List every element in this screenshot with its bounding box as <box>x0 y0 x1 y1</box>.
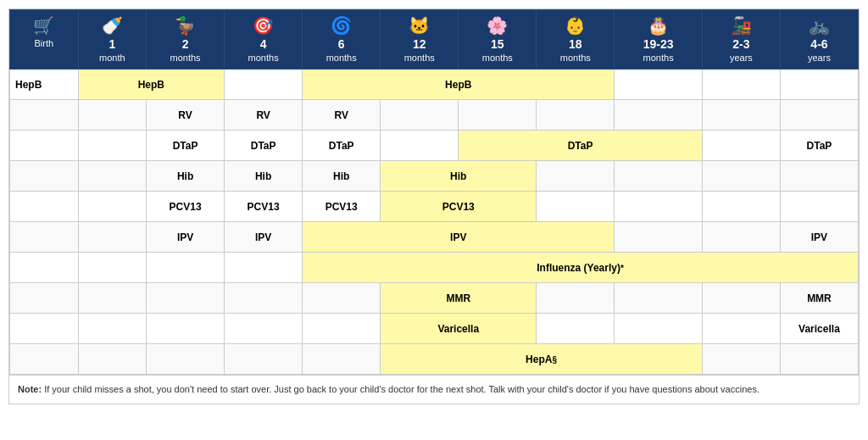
hepa-6m <box>303 344 381 375</box>
varicella-12m-15m: Varicella <box>381 314 537 344</box>
schedule-note: Note: If your child misses a shot, you d… <box>9 375 859 404</box>
hepa-4m <box>225 344 303 375</box>
hib-4m: Hib <box>225 161 303 192</box>
rv-row: RV RV RV <box>10 100 859 131</box>
dtap-46y: DTaP <box>780 131 858 161</box>
varicella-1923m <box>615 314 703 344</box>
pcv13-2m: PCV13 <box>147 192 225 222</box>
note-label: Note: <box>18 384 42 394</box>
hepb-6m-18m: HepB <box>303 70 615 100</box>
note-text: If your child misses a shot, you don't n… <box>44 384 760 394</box>
rv-4m: RV <box>225 100 303 131</box>
header-row: 🛒 Birth 🍼 1 month 🦆 2 months 🎯 4 <box>10 10 859 70</box>
pcv13-46y <box>780 192 858 222</box>
col-2months: 🦆 2 months <box>147 10 225 70</box>
hepa-label <box>10 344 79 375</box>
varicella-46y: Varicella <box>780 314 858 344</box>
dtap-label <box>10 131 79 161</box>
hepb-4m <box>225 70 303 100</box>
hepb-23y <box>702 70 780 100</box>
hepb-1m-2m: HepB <box>78 70 225 100</box>
varicella-1m <box>78 314 147 344</box>
col-18months: 👶 18 months <box>537 10 615 70</box>
mmr-row: MMR MMR <box>10 283 859 314</box>
dtap-23y <box>702 131 780 161</box>
hib-6m: Hib <box>303 161 381 192</box>
hepa-1m <box>78 344 147 375</box>
mmr-46y: MMR <box>780 283 858 314</box>
pcv13-label <box>10 192 79 222</box>
hepa-23y <box>702 344 780 375</box>
rv-18m <box>537 100 615 131</box>
rv-1m <box>78 100 147 131</box>
mmr-1923m <box>615 283 703 314</box>
pcv13-4m: PCV13 <box>225 192 303 222</box>
rv-46y <box>780 100 858 131</box>
ipv-6m-18m: IPV <box>303 222 615 253</box>
pcv13-18m <box>537 192 615 222</box>
ipv-1923m <box>615 222 703 253</box>
hepb-46y <box>780 70 858 100</box>
rv-6m: RV <box>303 100 381 131</box>
dtap-6m: DTaP <box>303 131 381 161</box>
hepa-2m <box>147 344 225 375</box>
col-23years: 🚂 2-3 years <box>702 10 780 70</box>
rv-2m: RV <box>147 100 225 131</box>
ipv-row: IPV IPV IPV IPV <box>10 222 859 253</box>
hepb-label: HepB <box>10 70 79 100</box>
dtap-15m-1923m: DTaP <box>459 131 703 161</box>
vaccine-schedule-table: 🛒 Birth 🍼 1 month 🦆 2 months 🎯 4 <box>9 9 859 375</box>
dtap-2m: DTaP <box>147 131 225 161</box>
influenza-1m <box>78 253 147 283</box>
rv-15m <box>459 100 537 131</box>
influenza-row: Influenza (Yearly)* <box>10 253 859 283</box>
ipv-46y: IPV <box>780 222 858 253</box>
varicella-4m <box>225 314 303 344</box>
col-6months: 🌀 6 months <box>303 10 381 70</box>
hib-row: Hib Hib Hib Hib <box>10 161 859 192</box>
mmr-18m <box>537 283 615 314</box>
rv-label <box>10 100 79 131</box>
pcv13-1m <box>78 192 147 222</box>
col-1month: 🍼 1 month <box>78 10 147 70</box>
col-15months: 🌸 15 months <box>459 10 537 70</box>
mmr-label <box>10 283 79 314</box>
ipv-label <box>10 222 79 253</box>
varicella-label <box>10 314 79 344</box>
mmr-23y <box>702 283 780 314</box>
ipv-23y <box>702 222 780 253</box>
rv-1923m <box>615 100 703 131</box>
hepa-46y <box>780 344 858 375</box>
influenza-label <box>10 253 79 283</box>
hib-18m <box>537 161 615 192</box>
hib-46y <box>780 161 858 192</box>
col-12months: 🐱 12 months <box>381 10 459 70</box>
hepa-12m-1923m: HepA§ <box>381 344 703 375</box>
dtap-row: DTaP DTaP DTaP DTaP DTaP <box>10 131 859 161</box>
hib-1923m <box>615 161 703 192</box>
varicella-row: Varicella Varicella <box>10 314 859 344</box>
hepa-row: HepA§ <box>10 344 859 375</box>
mmr-12m-15m: MMR <box>381 283 537 314</box>
pcv13-1923m <box>615 192 703 222</box>
col-46years: 🚲 4-6 years <box>780 10 858 70</box>
hib-label <box>10 161 79 192</box>
mmr-4m <box>225 283 303 314</box>
ipv-4m: IPV <box>225 222 303 253</box>
varicella-18m <box>537 314 615 344</box>
ipv-1m <box>78 222 147 253</box>
influenza-4m <box>225 253 303 283</box>
influenza-span: Influenza (Yearly)* <box>303 253 859 283</box>
influenza-2m <box>147 253 225 283</box>
hib-23y <box>702 161 780 192</box>
rv-12m <box>381 100 459 131</box>
mmr-1m <box>78 283 147 314</box>
rv-23y <box>702 100 780 131</box>
hepb-1923m <box>615 70 703 100</box>
hepb-row: HepB HepB HepB <box>10 70 859 100</box>
dtap-4m: DTaP <box>225 131 303 161</box>
vaccine-schedule-container: 🛒 Birth 🍼 1 month 🦆 2 months 🎯 4 <box>8 8 860 404</box>
col-4months: 🎯 4 months <box>225 10 303 70</box>
pcv13-12m-15m: PCV13 <box>381 192 537 222</box>
varicella-6m <box>303 314 381 344</box>
